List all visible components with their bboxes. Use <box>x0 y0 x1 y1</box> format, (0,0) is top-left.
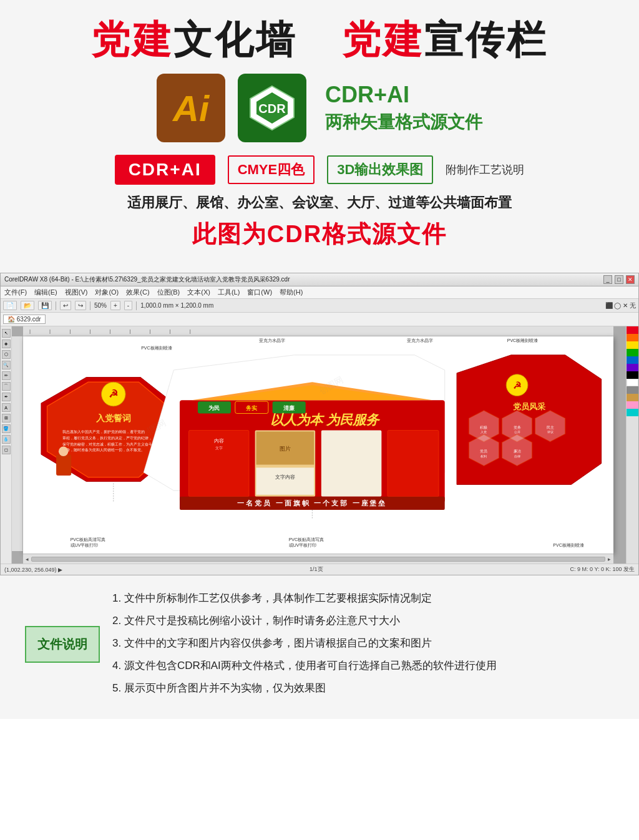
tool-table[interactable]: ⊞ <box>2 414 11 422</box>
svg-text:清廉: 清廉 <box>283 404 295 411</box>
svg-text:终身，随时准备为党和人民牺牲一切，永不叛党。: 终身，随时准备为党和人民牺牲一切，永不叛党。 <box>62 447 145 452</box>
svg-text:以人为本 为民服务: 以人为本 为民服务 <box>270 413 381 427</box>
tool-pen[interactable]: ✒ <box>2 393 11 401</box>
tool-select[interactable]: ↖ <box>2 329 11 338</box>
tag-3d: 3D输出效果图 <box>327 155 433 184</box>
tool-zoom[interactable]: 🔍 <box>2 361 11 369</box>
main-title: 党建文化墙 党建宣传栏 <box>12 19 627 61</box>
toolbar-redo[interactable]: ↪ <box>75 301 86 310</box>
cdr-inner: CDR <box>247 83 297 133</box>
tool-eyedropper[interactable]: 💧 <box>2 435 11 444</box>
svg-text:章程，履行党员义务，执行党的决定，严守党的纪律，: 章程，履行党员义务，执行党的决定，严守党的纪律， <box>62 436 152 440</box>
status-coords: (1,002.230, 256.049) ▶ <box>4 567 62 573</box>
tool-freehand[interactable]: ✏ <box>2 371 11 380</box>
svg-text:入党: 入党 <box>480 431 487 434</box>
tool-outline[interactable]: ◻ <box>2 446 11 454</box>
ai-icon: Ai <box>157 74 225 142</box>
toolbar-new[interactable]: 📄 <box>3 301 17 310</box>
header-section: 党建文化墙 党建宣传栏 Ai CDR CDR+AI 两种矢量格式源文件 CDR+ <box>0 0 639 273</box>
toolbar-zoom-in[interactable]: + <box>110 301 120 310</box>
doc-tab[interactable]: 🏠 6329.cdr <box>3 315 46 324</box>
menu-object[interactable]: 对象(O) <box>95 288 119 297</box>
svg-text:入党誓词: 入党誓词 <box>95 413 131 423</box>
tool-node[interactable]: ◈ <box>2 339 11 348</box>
svg-text:图片: 图片 <box>280 446 291 452</box>
svg-text:评议: 评议 <box>547 431 554 434</box>
tool-shape[interactable]: ⬡ <box>2 350 11 359</box>
format-text: CDR+AI 两种矢量格式源文件 <box>325 82 482 134</box>
note-2: 2. 文件尺寸是投稿比例缩小设计，制作时请务必注意尺寸大小 <box>112 610 614 632</box>
tag-craft: 附制作工艺说明 <box>446 162 524 177</box>
menu-tools[interactable]: 工具(L) <box>218 288 240 297</box>
svg-text:文字: 文字 <box>215 446 223 451</box>
scroll-right-btn[interactable]: ▸ <box>608 556 611 562</box>
title-black-1: 文化墙 <box>173 18 297 61</box>
color-strip <box>627 326 638 564</box>
toolbar-save[interactable]: 💾 <box>38 301 52 310</box>
close-button[interactable]: ✕ <box>626 275 635 284</box>
menu-bitmap[interactable]: 位图(B) <box>157 288 180 297</box>
color-yellow[interactable] <box>627 341 638 349</box>
title-red-1: 党建 <box>91 18 173 61</box>
file-notes: 1. 文件中所标制作工艺仅供参考，具体制作工艺要根据实际情况制定 2. 文件尺寸… <box>112 588 614 700</box>
toolbar-zoom-out[interactable]: - <box>124 301 132 310</box>
tag-cmye: CMYE四色 <box>228 155 315 184</box>
cdr-window: CorelDRAW X8 (64-Bit) - E:\上传素材\5.27\632… <box>0 273 639 575</box>
color-green[interactable] <box>627 349 638 356</box>
svg-text:保守党的秘密，对党忠诚，积极工作，为共产主义奋斗: 保守党的秘密，对党忠诚，积极工作，为共产主义奋斗 <box>62 442 152 446</box>
menu-file[interactable]: 文件(F) <box>4 288 27 297</box>
tool-bezier[interactable]: ⌒ <box>2 382 11 391</box>
scroll-left-btn[interactable]: ◂ <box>26 556 29 562</box>
tool-fill[interactable]: 🪣 <box>2 424 11 433</box>
color-black[interactable] <box>627 371 638 379</box>
ruler-top: ||||||||| <box>23 326 613 336</box>
svg-text:为民: 为民 <box>208 405 220 411</box>
color-blue[interactable] <box>627 356 638 364</box>
color-orange[interactable] <box>627 334 638 341</box>
menu-window[interactable]: 窗口(W) <box>247 288 272 297</box>
tool-text[interactable]: A <box>2 403 11 412</box>
label-acrylic-1: 亚克力水晶字 <box>259 338 285 344</box>
svg-rect-29 <box>256 468 315 495</box>
icons-row: Ai CDR CDR+AI 两种矢量格式源文件 <box>12 74 627 142</box>
cdr-win-buttons: _ □ ✕ <box>603 275 635 284</box>
color-cyan[interactable] <box>627 409 638 416</box>
color-gray[interactable] <box>627 386 638 394</box>
color-purple[interactable] <box>627 364 638 371</box>
label-bottom-mid: PVC板贴高清写真或UV平板打印 <box>289 537 324 549</box>
cdr-statusbar: (1,002.230, 256.049) ▶ 1/1页 C: 9 M: 0 Y:… <box>1 564 638 575</box>
toolbar-zoom-label: 50% <box>94 302 107 309</box>
menu-help[interactable]: 帮助(H) <box>280 288 303 297</box>
toolbar-size-label: 1,000.0 mm × 1,200.0 mm <box>140 302 213 309</box>
svg-point-13 <box>59 447 68 456</box>
cdr-left-panel: ↖ ◈ ⬡ 🔍 ✏ ⌒ ✒ A ⊞ 🪣 💧 ◻ <box>1 326 12 564</box>
svg-text:一名党员  一面旗帜  一个支部  一座堡垒: 一名党员 一面旗帜 一个支部 一座堡垒 <box>237 499 387 507</box>
restore-button[interactable]: □ <box>615 275 623 284</box>
color-tan[interactable] <box>627 394 638 401</box>
minimize-button[interactable]: _ <box>603 275 612 284</box>
status-color: C: 9 M: 0 Y: 0 K: 100 发生 <box>570 565 635 574</box>
color-red[interactable] <box>627 326 638 334</box>
cdr-page: 创图网 创图网 亚克力水晶字 亚克力水晶字 PVC板雕刻喷漆 PVC板雕刻喷漆 <box>23 336 613 554</box>
toolbar-undo[interactable]: ↩ <box>60 301 71 310</box>
menu-edit[interactable]: 编辑(E) <box>34 288 57 297</box>
color-pink[interactable] <box>627 401 638 409</box>
cdr-body: ↖ ◈ ⬡ 🔍 ✏ ⌒ ✒ A ⊞ 🪣 💧 ◻ ||||||||| <box>1 326 638 564</box>
note-5: 5. 展示页中所含图片并不为实物，仅为效果图 <box>112 678 614 699</box>
toolbar-open[interactable]: 📂 <box>21 301 34 310</box>
svg-text:务实: 务实 <box>246 404 258 411</box>
menu-effect[interactable]: 效果(C) <box>126 288 149 297</box>
note-1: 1. 文件中所标制作工艺仅供参考，具体制作工艺要根据实际情况制定 <box>112 588 614 609</box>
format-subtitle: 两种矢量格式源文件 <box>325 110 482 134</box>
menu-text[interactable]: 文本(X) <box>187 288 210 297</box>
cdr-titlebar: CorelDRAW X8 (64-Bit) - E:\上传素材\5.27\632… <box>1 273 638 286</box>
tag-cdr-ai: CDR+AI <box>115 155 215 185</box>
svg-text:公开: 公开 <box>514 431 520 434</box>
svg-text:我志愿加入中国共产党，拥护党的纲领，遵守党的: 我志愿加入中国共产党，拥护党的纲领，遵守党的 <box>62 430 145 434</box>
title-black-2: 宣传栏 <box>424 18 548 61</box>
menu-view[interactable]: 视图(V) <box>65 288 88 297</box>
svg-text:☭: ☭ <box>513 380 521 391</box>
cdr-window-title: CorelDRAW X8 (64-Bit) - E:\上传素材\5.27\632… <box>4 275 290 284</box>
svg-text:党务: 党务 <box>514 426 521 429</box>
color-white[interactable] <box>627 379 638 386</box>
